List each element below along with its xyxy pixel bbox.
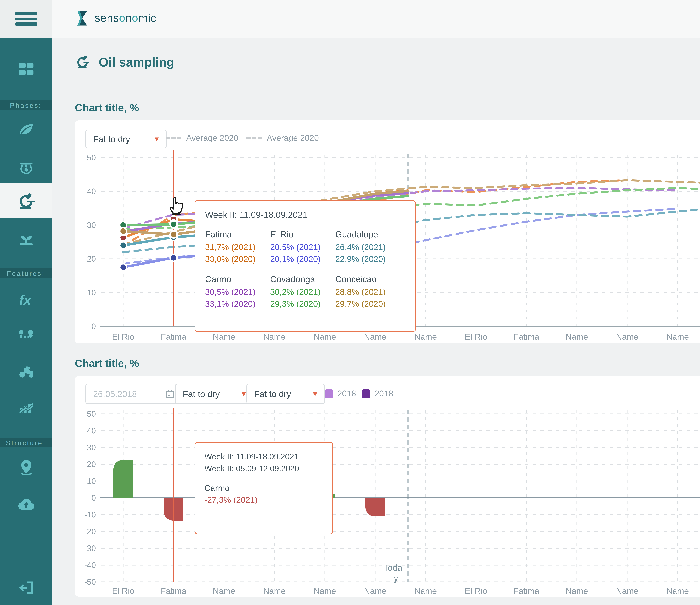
- y-axis-label: -40: [84, 561, 96, 570]
- page-title: Oil sampling: [99, 55, 174, 70]
- date-placeholder: 26.05.2018: [93, 389, 137, 399]
- x-axis-label: Name: [213, 586, 235, 596]
- logout-button[interactable]: [0, 570, 52, 605]
- x-axis-label: Name: [667, 586, 689, 596]
- app-root: Phases:Features:fxStructure: sensonomic …: [0, 0, 700, 605]
- chart2-tooltip: Week II: 11.09-18.09.2021 Week II: 05.09…: [195, 442, 333, 534]
- sidebar-item-microscope[interactable]: [0, 184, 52, 218]
- x-axis-label: Fatima: [514, 586, 539, 596]
- tooltip-week-line2: Week II: 05.09-12.09.2020: [204, 463, 323, 475]
- data-point[interactable]: [170, 231, 177, 238]
- data-point[interactable]: [120, 242, 127, 249]
- map-pin-icon: [17, 458, 35, 477]
- bar-Name-5[interactable]: [366, 498, 385, 516]
- sidebar-item-irrigation[interactable]: [0, 148, 52, 184]
- y-axis-label: 30: [87, 443, 96, 452]
- caret-down-icon: ▼: [311, 390, 319, 398]
- color-swatch: [362, 389, 370, 398]
- sidebar-item-map-pin[interactable]: [0, 447, 52, 487]
- y-axis-label: -10: [84, 510, 96, 519]
- sidebar-item-tractor[interactable]: [0, 354, 52, 389]
- tooltip-location-name: Carmo: [204, 483, 323, 493]
- data-point[interactable]: [170, 221, 177, 228]
- app-header: sensonomic Harold Webb Unit Manager: [52, 0, 700, 38]
- chart2-title: Chart title, %: [75, 357, 139, 369]
- legend-item: Average 2020: [246, 133, 319, 143]
- y-axis-label: 30: [87, 221, 96, 229]
- chart1-tooltip: Week II: 11.09-18.09.2021 Fatima31,7% (2…: [195, 200, 416, 332]
- y-axis-label: 50: [87, 153, 96, 162]
- svg-text:fx: fx: [19, 293, 31, 308]
- calendar-icon: [165, 389, 175, 399]
- cloud-upload-icon: [17, 495, 35, 514]
- sidebar-item-sprout[interactable]: [0, 218, 52, 258]
- y-axis-label: 0: [92, 322, 96, 331]
- x-axis-label: Name: [667, 332, 689, 341]
- hamburger-menu-button[interactable]: [0, 0, 52, 38]
- data-point[interactable]: [120, 264, 127, 271]
- line-chart-card: Fat to dry ▼ Average 2020Average 2020 El…: [75, 120, 700, 343]
- logout-icon: [17, 578, 35, 597]
- x-axis-label: Name: [364, 586, 386, 596]
- sidebar-item-workflow[interactable]: [0, 318, 52, 354]
- sidebar-divider: [0, 555, 52, 555]
- sidebar-item-dashboard[interactable]: [0, 38, 52, 100]
- metric-dropdown-2[interactable]: Fat to dry ▼: [246, 384, 325, 404]
- data-point[interactable]: [120, 227, 127, 235]
- sidebar-item-leaf[interactable]: [0, 110, 52, 148]
- tooltip-week-line1: Week II: 11.09-18.09.2021: [204, 451, 323, 463]
- date-input[interactable]: 26.05.2018: [85, 384, 181, 404]
- microscope-icon: [17, 192, 35, 211]
- tooltip-entry: Covadonga30,2% (2021)29,3% (2020): [270, 274, 333, 310]
- y-axis-label: 40: [87, 187, 96, 196]
- x-axis-label: Name: [263, 332, 285, 341]
- x-axis-label: El Rio: [112, 586, 134, 596]
- sidebar-item-cloud-upload[interactable]: [0, 487, 52, 522]
- y-axis-label: -20: [84, 527, 96, 536]
- y-axis-label: 40: [87, 426, 96, 435]
- tabs-divider: [75, 90, 700, 90]
- sidebar-item-chart-trend[interactable]: [0, 389, 52, 425]
- tractor-icon: [17, 362, 35, 381]
- x-axis-label: Name: [364, 332, 386, 341]
- data-point[interactable]: [170, 254, 177, 261]
- logo-hourglass-icon: [75, 9, 90, 27]
- hand-cursor-icon: [167, 193, 186, 218]
- sidebar-items: Phases:Features:fxStructure:: [0, 38, 52, 522]
- tooltip-entry: Carmo30,5% (2021)33,1% (2020): [205, 274, 268, 310]
- y-axis-label: 10: [87, 477, 96, 486]
- irrigation-icon: [17, 156, 35, 175]
- svg-text:y: y: [394, 573, 398, 583]
- sidebar-item-function[interactable]: fx: [0, 282, 52, 318]
- y-axis-label: 50: [87, 409, 96, 418]
- sidebar-section-label: Structure:: [0, 438, 52, 447]
- x-axis-label: Fatima: [161, 586, 186, 596]
- metric-dropdown-1[interactable]: Fat to dry ▼: [175, 384, 253, 404]
- x-axis-label: Fatima: [161, 332, 186, 341]
- tooltip-entry: Fatima31,7% (2021)33,0% (2020): [205, 230, 268, 265]
- app-logo[interactable]: sensonomic: [75, 9, 156, 27]
- x-axis-label: Name: [616, 586, 639, 596]
- tooltip-value: -27,3% (2021): [204, 495, 323, 505]
- y-axis-label: -30: [84, 544, 96, 553]
- sprout-icon: [17, 229, 35, 248]
- hamburger-icon: [15, 10, 37, 28]
- dashed-line-swatch: [166, 137, 181, 139]
- dashboard-icon: [17, 59, 35, 78]
- tooltip-week-title: Week II: 11.09-18.09.2021: [205, 210, 405, 220]
- bar-El-Rio-0[interactable]: [114, 460, 133, 498]
- sidebar-section-label: Features:: [0, 268, 52, 278]
- x-axis-label: Name: [415, 586, 437, 596]
- y-axis-label: -50: [84, 577, 96, 586]
- tooltip-entry: Conceicao28,8% (2021)29,7% (2020): [335, 274, 398, 310]
- sidebar: Phases:Features:fxStructure:: [0, 0, 52, 605]
- chart-trend-icon: [17, 398, 35, 417]
- x-axis-label: Name: [566, 586, 588, 596]
- metric-dropdown[interactable]: Fat to dry ▼: [85, 129, 167, 148]
- workflow-icon: [17, 326, 35, 345]
- x-axis-label: Name: [415, 332, 437, 341]
- x-axis-label: Name: [616, 332, 639, 341]
- tooltip-entry: El Rio20,5% (2021)20,1% (2020): [270, 230, 333, 265]
- x-axis-label: Name: [314, 332, 336, 341]
- y-axis-label: 20: [87, 254, 96, 263]
